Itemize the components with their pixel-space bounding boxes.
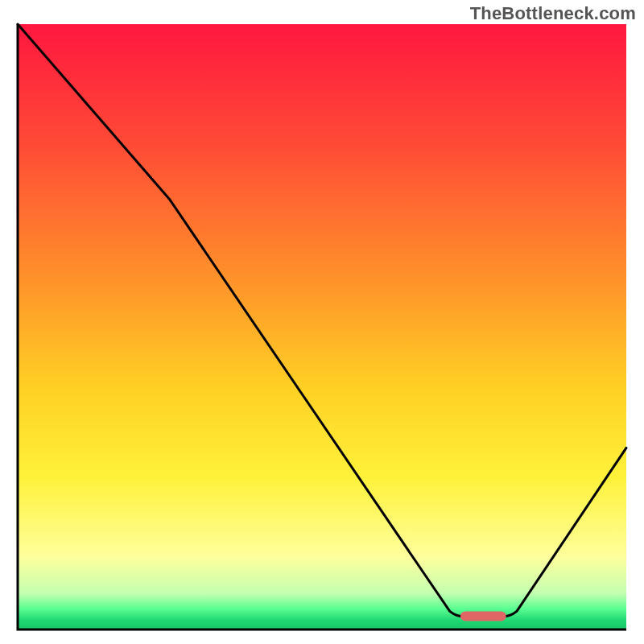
chart-svg [0,0,644,644]
optimal-marker [460,611,506,621]
watermark-text: TheBottleneck.com [470,3,636,24]
bottleneck-chart: TheBottleneck.com [0,0,644,644]
gradient-background [18,24,626,630]
